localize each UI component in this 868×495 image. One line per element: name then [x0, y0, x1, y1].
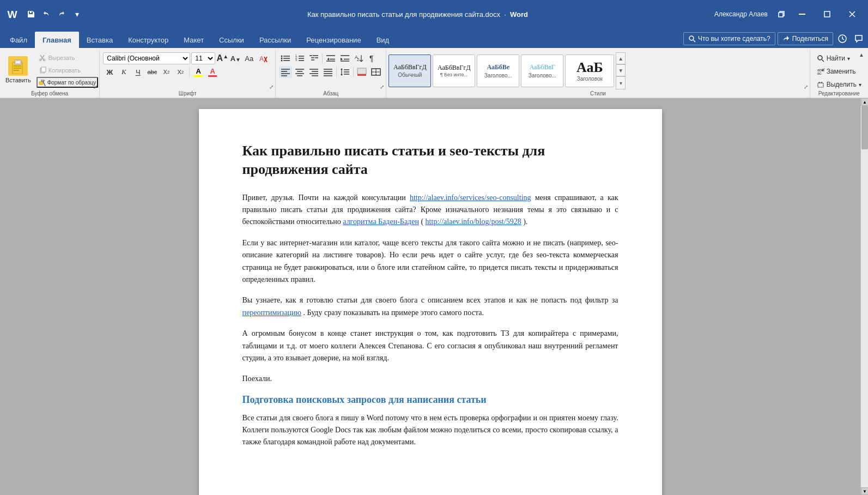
paragraph-dialog-launcher[interactable]: ⤢	[379, 83, 385, 90]
align-left-button[interactable]	[279, 66, 292, 78]
change-case-button[interactable]: Аа	[242, 52, 256, 64]
numbered-list-button[interactable]: 1. 2. 3.	[293, 52, 306, 64]
title-bar-right: Александр Алаев	[711, 5, 864, 23]
font-grow-button[interactable]: A▲	[216, 52, 228, 64]
strikethrough-button[interactable]: abc	[145, 66, 159, 78]
search-command-button[interactable]: Что вы хотите сделать?	[683, 32, 775, 45]
tab-home[interactable]: Главная	[35, 32, 79, 48]
cut-button[interactable]: Вырезать	[37, 52, 99, 64]
svg-rect-3	[799, 14, 805, 15]
save-button[interactable]	[24, 7, 38, 21]
italic-button[interactable]: К	[117, 66, 130, 78]
style-heading2[interactable]: АаБбВвГ Заголово...	[521, 55, 563, 87]
decrease-indent-button[interactable]	[324, 52, 337, 64]
paste-icon	[8, 56, 28, 76]
bold-button[interactable]: Ж	[103, 66, 116, 78]
scroll-thumb[interactable]	[861, 106, 868, 149]
link-blog-post[interactable]: http://alaev.info/blog/post/5928	[426, 218, 521, 226]
text-highlight-button[interactable]: A	[192, 66, 205, 78]
customize-qat-button[interactable]: ▾	[70, 7, 84, 21]
font-name-select[interactable]: Calibri (Основной	[103, 52, 190, 64]
font-color-button[interactable]: A	[206, 66, 219, 78]
increase-indent-button[interactable]	[338, 52, 351, 64]
style-no-spacing[interactable]: АаБбВвГгД ¶ Без инте...	[433, 55, 475, 87]
svg-rect-12	[16, 61, 20, 63]
styles-group-label: Стили	[386, 90, 809, 96]
minimize-button[interactable]	[791, 5, 814, 23]
bullets-button[interactable]	[279, 52, 292, 64]
svg-point-7	[689, 36, 694, 40]
styles-gallery: АаБбВвГгД Обычный АаБбВвГгД ¶ Без инте..…	[389, 52, 807, 89]
subscript-button[interactable]: X2	[160, 66, 173, 78]
tab-design[interactable]: Конструктор	[120, 32, 176, 48]
multilevel-list-button[interactable]	[307, 52, 320, 64]
line-spacing-button[interactable]	[338, 66, 351, 78]
svg-text:A: A	[259, 55, 264, 63]
link-baden-baden[interactable]: алгоритма Баден-Баден	[343, 218, 419, 226]
scroll-down-arrow[interactable]: ▼	[861, 487, 868, 495]
font-row1: Calibri (Основной 11 A▲ A▼ Аа A	[103, 52, 270, 64]
title-bar-left: W ▾	[4, 5, 124, 23]
scroll-up-arrow[interactable]: ▲	[861, 98, 868, 106]
editing-group-label: Редактирование	[810, 90, 868, 96]
font-shrink-button[interactable]: A▼	[229, 52, 241, 64]
format-painter-button[interactable]: Формат по образцу	[37, 77, 99, 88]
undo-button[interactable]	[39, 7, 53, 21]
clear-formatting-button[interactable]: A	[257, 52, 270, 64]
styles-dialog-launcher[interactable]: ⤢	[803, 83, 809, 90]
page-container[interactable]: Как правильно писать статьи и seo-тексты…	[0, 98, 860, 495]
redo-button[interactable]	[54, 7, 69, 21]
history-button[interactable]	[835, 32, 849, 46]
maximize-button[interactable]	[816, 5, 839, 23]
vertical-scrollbar[interactable]: ▲ ▼	[860, 98, 868, 495]
copy-button[interactable]: Копировать	[37, 64, 99, 76]
align-right-button[interactable]	[307, 66, 320, 78]
align-center-button[interactable]	[293, 66, 306, 78]
paragraph-group: 1. 2. 3.	[276, 50, 386, 98]
show-marks-button[interactable]: ¶	[367, 52, 380, 64]
underline-button[interactable]: Ч	[131, 66, 144, 78]
superscript-button[interactable]: X2	[174, 66, 187, 78]
link-overoptimization[interactable]: переоптимизацию	[242, 309, 302, 317]
tab-layout[interactable]: Макет	[176, 32, 211, 48]
font-group-content: Calibri (Основной 11 A▲ A▼ Аа A	[103, 52, 272, 86]
clipboard-dialog-launcher[interactable]: ⤢	[92, 83, 99, 90]
replace-button[interactable]: ab ac Заменить	[814, 65, 865, 77]
tab-review[interactable]: Рецензирование	[299, 32, 368, 48]
styles-scroll-down[interactable]: ▼	[616, 64, 626, 76]
restore-button[interactable]	[774, 7, 788, 21]
ribbon-toolbar: Вставить Вырезать	[0, 48, 868, 98]
collapse-ribbon-button[interactable]: ▲	[857, 50, 866, 59]
para-row1: 1. 2. 3.	[279, 52, 383, 64]
font-dialog-launcher[interactable]: ⤢	[268, 83, 275, 90]
styles-scroll-up[interactable]: ▲	[616, 52, 626, 64]
select-button[interactable]: Выделить ▾	[814, 79, 865, 90]
svg-rect-2	[779, 13, 783, 17]
tab-file[interactable]: Файл	[2, 32, 35, 48]
style-heading1[interactable]: АаБбВе Заголово...	[477, 55, 519, 87]
tab-view[interactable]: Вид	[369, 32, 397, 48]
close-button[interactable]	[841, 5, 864, 23]
link-seo-consulting[interactable]: http://alaev.info/services/seo-consultin…	[410, 194, 531, 202]
paragraph-3: Вы узнаете, как я готовлю статьи для сво…	[242, 294, 618, 319]
shading-button[interactable]	[355, 66, 368, 78]
tab-references[interactable]: Ссылки	[211, 32, 252, 48]
scroll-track[interactable]	[861, 106, 868, 487]
tab-insert[interactable]: Вставка	[79, 32, 120, 48]
style-heading-big[interactable]: АаБ Заголовок	[565, 55, 614, 87]
styles-more[interactable]: ▾	[616, 76, 626, 89]
borders-button[interactable]	[369, 66, 383, 78]
style-normal[interactable]: АаБбВвГгД Обычный	[389, 55, 431, 87]
justify-button[interactable]	[321, 66, 335, 78]
font-size-select[interactable]: 11	[191, 52, 215, 64]
para-row2	[279, 66, 383, 78]
svg-rect-21	[41, 67, 46, 72]
paragraph-group-content: 1. 2. 3.	[279, 52, 383, 78]
share-button[interactable]: Поделиться	[778, 32, 833, 45]
clipboard-group: Вставить Вырезать	[0, 50, 100, 98]
svg-line-79	[822, 60, 824, 62]
tab-mailings[interactable]: Рассылки	[252, 32, 299, 48]
paste-button[interactable]: Вставить	[1, 51, 35, 88]
sort-button[interactable]: A Z	[353, 52, 366, 64]
comments-button[interactable]	[852, 32, 866, 46]
